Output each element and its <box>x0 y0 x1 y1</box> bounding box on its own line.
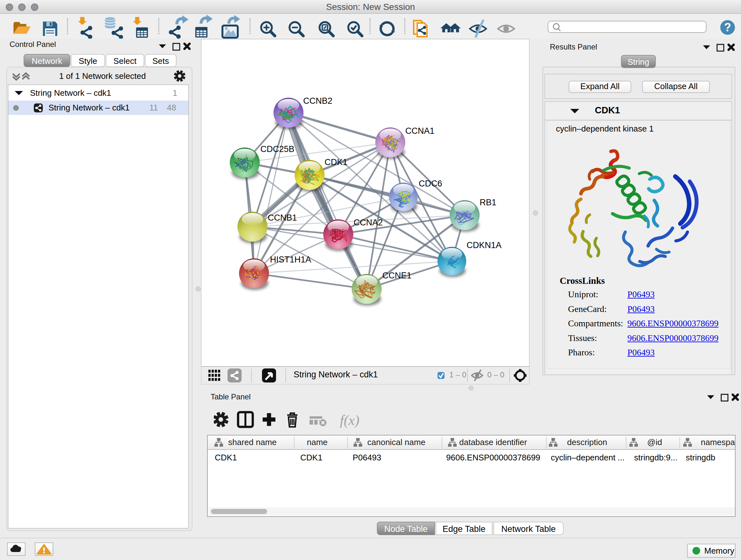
svg-text:f(x): f(x) <box>340 413 359 428</box>
svg-text:CCNE1: CCNE1 <box>382 271 412 280</box>
svg-text:CCNB2: CCNB2 <box>303 96 333 106</box>
svg-text:RB1: RB1 <box>480 198 496 207</box>
svg-text:CCNA2: CCNA2 <box>354 218 383 227</box>
svg-text:HIST1H1A: HIST1H1A <box>270 255 311 264</box>
svg-text:CCNB1: CCNB1 <box>268 213 297 223</box>
svg-text:CDKN1A: CDKN1A <box>467 240 502 250</box>
svg-text:?: ? <box>724 21 731 34</box>
svg-text:CDC6: CDC6 <box>419 179 442 188</box>
svg-text:CDK1: CDK1 <box>325 158 347 167</box>
svg-text:CDC25B: CDC25B <box>260 144 294 154</box>
svg-text:CCNA1: CCNA1 <box>405 126 434 136</box>
